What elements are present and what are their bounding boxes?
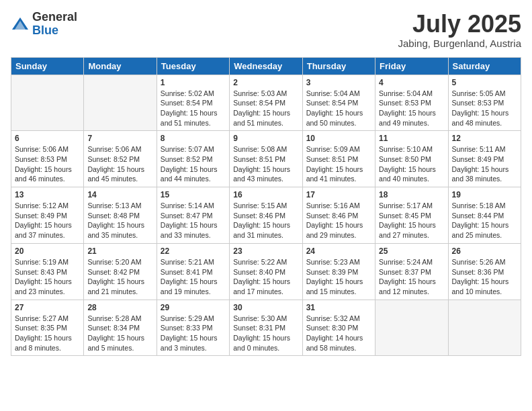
day-info: Sunrise: 5:18 AMSunset: 8:44 PMDaylight:… [452,201,517,240]
sunset-text: Sunset: 8:31 PM [233,323,298,333]
calendar-day-cell [375,300,448,356]
day-number: 15 [161,190,226,199]
sunset-text: Sunset: 8:46 PM [233,211,298,221]
daylight-text: Daylight: 15 hours and 35 minutes. [87,220,152,240]
day-info: Sunrise: 5:13 AMSunset: 8:48 PMDaylight:… [87,201,152,240]
sunrise-text: Sunrise: 5:28 AM [87,314,152,324]
day-info: Sunrise: 5:32 AMSunset: 8:30 PMDaylight:… [306,314,371,353]
daylight-text: Daylight: 15 hours and 5 minutes. [87,333,152,353]
sunset-text: Sunset: 8:41 PM [161,267,226,277]
sunset-text: Sunset: 8:46 PM [306,211,371,221]
day-number: 26 [452,246,517,256]
sunset-text: Sunset: 8:42 PM [87,267,152,277]
sunrise-text: Sunrise: 5:18 AM [452,201,517,211]
calendar-day-cell: 25Sunrise: 5:24 AMSunset: 8:37 PMDayligh… [375,243,448,300]
daylight-text: Daylight: 15 hours and 44 minutes. [161,165,226,184]
sunset-text: Sunset: 8:36 PM [452,267,517,277]
day-number: 7 [87,134,152,143]
calendar-week-row: 6Sunrise: 5:06 AMSunset: 8:53 PMDaylight… [11,131,521,187]
daylight-text: Daylight: 15 hours and 40 minutes. [379,165,444,184]
daylight-text: Daylight: 15 hours and 46 minutes. [15,165,80,184]
daylight-text: Daylight: 15 hours and 19 minutes. [161,277,226,296]
logo-general-text: General [32,10,77,24]
daylight-text: Daylight: 15 hours and 33 minutes. [161,220,226,240]
day-info: Sunrise: 5:02 AMSunset: 8:54 PMDaylight:… [161,89,226,128]
daylight-text: Daylight: 15 hours and 21 minutes. [87,277,152,296]
day-number: 29 [161,303,226,312]
sunrise-text: Sunrise: 5:26 AM [452,257,517,267]
day-info: Sunrise: 5:24 AMSunset: 8:37 PMDaylight:… [379,257,444,297]
calendar-day-cell: 7Sunrise: 5:06 AMSunset: 8:52 PMDaylight… [84,131,157,187]
daylight-text: Daylight: 15 hours and 37 minutes. [15,220,80,240]
calendar-day-cell [11,75,84,131]
calendar-day-cell: 29Sunrise: 5:29 AMSunset: 8:33 PMDayligh… [157,300,229,356]
sunrise-text: Sunrise: 5:15 AM [233,201,298,211]
calendar-day-cell: 8Sunrise: 5:07 AMSunset: 8:52 PMDaylight… [157,131,229,187]
day-info: Sunrise: 5:03 AMSunset: 8:54 PMDaylight:… [233,89,298,128]
day-info: Sunrise: 5:06 AMSunset: 8:52 PMDaylight:… [87,144,152,184]
calendar-week-row: 13Sunrise: 5:12 AMSunset: 8:49 PMDayligh… [11,187,521,244]
calendar-day-cell: 17Sunrise: 5:16 AMSunset: 8:46 PMDayligh… [302,187,375,244]
calendar-day-cell: 1Sunrise: 5:02 AMSunset: 8:54 PMDaylight… [157,75,229,131]
day-number: 6 [15,134,80,143]
day-number: 27 [15,303,80,312]
month-title: July 2025 [398,11,521,38]
daylight-text: Daylight: 15 hours and 0 minutes. [233,333,298,353]
day-number: 13 [15,190,80,199]
sunset-text: Sunset: 8:51 PM [233,154,298,165]
sunset-text: Sunset: 8:44 PM [452,211,517,221]
sunset-text: Sunset: 8:53 PM [452,98,517,108]
day-of-week-header: Saturday [448,57,521,75]
day-number: 18 [379,190,444,199]
sunset-text: Sunset: 8:30 PM [306,323,371,333]
calendar-day-cell: 15Sunrise: 5:14 AMSunset: 8:47 PMDayligh… [157,187,229,244]
day-number: 3 [306,78,371,87]
day-number: 8 [161,134,226,143]
day-info: Sunrise: 5:17 AMSunset: 8:45 PMDaylight:… [379,201,444,240]
sunset-text: Sunset: 8:54 PM [306,98,371,108]
daylight-text: Daylight: 15 hours and 17 minutes. [233,277,298,296]
calendar-day-cell: 18Sunrise: 5:17 AMSunset: 8:45 PMDayligh… [375,187,448,244]
sunset-text: Sunset: 8:53 PM [379,98,444,108]
sunrise-text: Sunrise: 5:09 AM [306,144,371,154]
calendar-day-cell: 24Sunrise: 5:23 AMSunset: 8:39 PMDayligh… [302,243,375,300]
sunrise-text: Sunrise: 5:04 AM [306,89,371,99]
day-info: Sunrise: 5:20 AMSunset: 8:42 PMDaylight:… [87,257,152,297]
sunset-text: Sunset: 8:35 PM [15,323,80,333]
daylight-text: Daylight: 15 hours and 12 minutes. [379,277,444,296]
sunset-text: Sunset: 8:52 PM [161,154,226,165]
day-info: Sunrise: 5:29 AMSunset: 8:33 PMDaylight:… [161,314,226,353]
day-info: Sunrise: 5:10 AMSunset: 8:50 PMDaylight:… [379,144,444,184]
day-of-week-header: Monday [84,57,157,75]
sunrise-text: Sunrise: 5:06 AM [15,144,80,154]
sunrise-text: Sunrise: 5:06 AM [87,144,152,154]
sunrise-text: Sunrise: 5:14 AM [161,201,226,211]
daylight-text: Daylight: 15 hours and 3 minutes. [161,333,226,353]
daylight-text: Daylight: 15 hours and 48 minutes. [452,108,517,128]
daylight-text: Daylight: 15 hours and 25 minutes. [452,220,517,240]
sunrise-text: Sunrise: 5:12 AM [15,201,80,211]
day-number: 17 [306,190,371,199]
day-number: 23 [233,246,298,256]
day-number: 25 [379,246,444,256]
sunset-text: Sunset: 8:54 PM [161,98,226,108]
calendar-day-cell: 26Sunrise: 5:26 AMSunset: 8:36 PMDayligh… [448,243,521,300]
daylight-text: Daylight: 15 hours and 27 minutes. [379,220,444,240]
calendar-week-row: 27Sunrise: 5:27 AMSunset: 8:35 PMDayligh… [11,300,521,356]
sunrise-text: Sunrise: 5:05 AM [452,89,517,99]
daylight-text: Daylight: 15 hours and 29 minutes. [306,220,371,240]
sunrise-text: Sunrise: 5:04 AM [379,89,444,99]
sunset-text: Sunset: 8:49 PM [15,211,80,221]
day-info: Sunrise: 5:26 AMSunset: 8:36 PMDaylight:… [452,257,517,297]
day-info: Sunrise: 5:14 AMSunset: 8:47 PMDaylight:… [161,201,226,240]
day-number: 9 [233,134,298,143]
daylight-text: Daylight: 15 hours and 45 minutes. [87,165,152,184]
day-number: 31 [306,303,371,312]
day-number: 1 [161,78,226,87]
sunrise-text: Sunrise: 5:32 AM [306,314,371,324]
day-number: 10 [306,134,371,143]
daylight-text: Daylight: 15 hours and 49 minutes. [379,108,444,128]
page-header: General Blue July 2025 Jabing, Burgenlan… [11,11,521,49]
logo-blue-text: Blue [32,24,58,37]
calendar-day-cell: 30Sunrise: 5:30 AMSunset: 8:31 PMDayligh… [230,300,302,356]
